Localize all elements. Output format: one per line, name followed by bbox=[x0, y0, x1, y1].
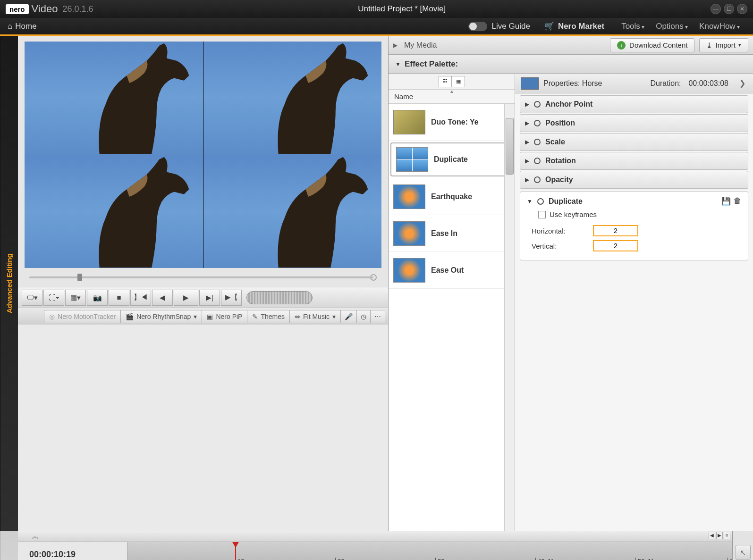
keyframe-icon[interactable] bbox=[537, 198, 544, 205]
mic-icon: 🎤 bbox=[345, 313, 353, 320]
wand-icon: ✎ bbox=[252, 313, 258, 320]
clip-thumb-icon bbox=[521, 77, 539, 90]
import-button[interactable]: ⤓ Import ▾ bbox=[699, 38, 748, 52]
effect-item[interactable]: Ease In bbox=[389, 215, 515, 252]
keyframe-icon[interactable] bbox=[534, 101, 541, 108]
themes-label: Themes bbox=[261, 313, 285, 320]
name-column-header[interactable]: Name bbox=[389, 90, 515, 104]
vertical-input[interactable] bbox=[593, 240, 638, 251]
motion-tracker-button[interactable]: ◎Nero MotionTracker bbox=[44, 310, 121, 323]
more-button[interactable]: ⋯ bbox=[370, 310, 385, 323]
fullscreen-button[interactable]: ⛶▾ bbox=[43, 290, 64, 306]
advanced-editing-tab[interactable]: Advanced Editing bbox=[0, 36, 18, 531]
effect-list: ☷ ▦ Name Duo Tone: Ye Duplicate Ea bbox=[389, 74, 515, 531]
save-preset-icon[interactable]: 💾 bbox=[721, 197, 731, 206]
knowhow-menu[interactable]: KnowHow bbox=[699, 22, 740, 31]
live-guide-toggle[interactable]: Live Guide bbox=[468, 22, 530, 31]
keyframes-row[interactable]: Use keyframes bbox=[538, 210, 741, 218]
effect-item[interactable]: Ease Out bbox=[389, 252, 515, 289]
effect-item[interactable]: Earthquake bbox=[389, 178, 515, 215]
next-clip-button[interactable]: ❯ bbox=[737, 79, 747, 88]
themes-button[interactable]: ✎Themes bbox=[247, 310, 290, 323]
rhythm-icon: 🎬 bbox=[126, 313, 134, 320]
ruler-menu-icon[interactable]: ≡ bbox=[724, 532, 730, 539]
scrollbar-thumb[interactable] bbox=[506, 118, 514, 175]
effect-scrollbar[interactable] bbox=[504, 104, 515, 531]
maximize-button[interactable]: ☐ bbox=[724, 4, 734, 14]
list-view-button[interactable]: ☷ bbox=[439, 76, 452, 87]
collapse-icon[interactable]: ▼ bbox=[527, 198, 533, 205]
nero-logo: nero bbox=[6, 4, 29, 14]
collapse-icon: ▼ bbox=[395, 61, 401, 67]
stop-button[interactable]: ■ bbox=[109, 290, 129, 306]
clock-button[interactable]: ◷ bbox=[356, 310, 371, 323]
effect-item[interactable]: Duo Tone: Ye bbox=[389, 104, 515, 141]
download-label: Download Content bbox=[629, 41, 687, 49]
expand-icon[interactable]: ▶ bbox=[393, 42, 398, 49]
minimize-button[interactable]: — bbox=[711, 4, 721, 14]
property-row-opacity[interactable]: ▶Opacity bbox=[520, 171, 748, 189]
express-editing-tab[interactable]: Express Editing bbox=[0, 531, 18, 560]
pointer-tool-button[interactable]: ↖ bbox=[736, 545, 751, 560]
property-row-rotation[interactable]: ▶Rotation bbox=[520, 152, 748, 170]
keyframe-icon[interactable] bbox=[534, 139, 541, 145]
my-media-tab[interactable]: My Media bbox=[399, 39, 441, 51]
nero-market-button[interactable]: 🛒 Nero Market bbox=[544, 21, 604, 31]
effect-thumb bbox=[393, 221, 425, 246]
effect-palette-label: Effect Palette: bbox=[405, 59, 458, 69]
effect-thumb bbox=[393, 258, 425, 283]
effect-item-selected[interactable]: Duplicate bbox=[390, 142, 513, 176]
basket-icon: 🛒 bbox=[544, 21, 554, 31]
preview-pane: 🖵▾ ⛶▾ ▦▾ 📷 ■ 】◀ ◀ ▶ ▶| ▶【 ◎Nero MotionTr… bbox=[18, 36, 389, 531]
property-row-position[interactable]: ▶Position bbox=[520, 114, 748, 132]
properties-panel: Properties: Horse Duration: 00:00:03:08 … bbox=[515, 74, 753, 531]
preview-scrubber[interactable] bbox=[25, 268, 381, 287]
next-frame-button[interactable]: ▶| bbox=[199, 290, 220, 306]
video-preview[interactable] bbox=[25, 42, 381, 268]
keyframes-checkbox[interactable] bbox=[538, 211, 546, 218]
ruler-tick: 30s bbox=[435, 558, 448, 560]
close-button[interactable]: ✕ bbox=[737, 4, 747, 14]
play-button[interactable]: ▶ bbox=[174, 290, 198, 306]
fit-label: Fit Music bbox=[303, 313, 330, 320]
rhythm-snap-button[interactable]: 🎬Nero RhythmSnap▾ bbox=[120, 310, 202, 323]
mark-out-button[interactable]: ▶【 bbox=[221, 290, 242, 306]
scrubber-thumb[interactable] bbox=[77, 274, 82, 281]
display-mode-button[interactable]: 🖵▾ bbox=[22, 290, 42, 306]
mark-in-button[interactable]: 】◀ bbox=[130, 290, 151, 306]
home-button[interactable]: ⌂ Home bbox=[8, 22, 37, 31]
snapshot-button[interactable]: 📷 bbox=[87, 290, 108, 306]
keyframe-icon[interactable] bbox=[534, 158, 541, 164]
grid-view-button[interactable]: ▦ bbox=[452, 76, 465, 87]
shuttle-wheel[interactable] bbox=[246, 291, 313, 304]
ruler-prev-icon[interactable]: ◀ bbox=[709, 532, 715, 539]
keyframe-icon[interactable] bbox=[534, 176, 541, 183]
prev-frame-button[interactable]: ◀ bbox=[152, 290, 173, 306]
tools-menu[interactable]: Tools bbox=[621, 22, 644, 31]
keyframe-icon[interactable] bbox=[534, 120, 541, 126]
property-row-anchor[interactable]: ▶Anchor Point bbox=[520, 95, 748, 113]
mic-button[interactable]: 🎤 bbox=[340, 310, 357, 323]
transport-toolbar: 🖵▾ ⛶▾ ▦▾ 📷 ■ 】◀ ◀ ▶ ▶| ▶【 bbox=[18, 287, 388, 308]
duration-label: Duration: bbox=[651, 79, 681, 88]
effect-palette-header[interactable]: ▼ Effect Palette: bbox=[389, 55, 753, 74]
options-menu[interactable]: Options bbox=[656, 22, 688, 31]
timecode-display[interactable]: 00:00:10:19 bbox=[18, 542, 127, 560]
properties-header: Properties: Horse Duration: 00:00:03:08 … bbox=[515, 74, 753, 93]
ruler-tick: 40s1f bbox=[535, 558, 553, 560]
playhead[interactable] bbox=[235, 542, 236, 560]
horizontal-input[interactable] bbox=[593, 225, 638, 236]
pip-button[interactable]: ▣Nero PiP bbox=[202, 310, 247, 323]
toggle-switch[interactable] bbox=[468, 22, 487, 31]
fit-music-button[interactable]: ⇔Fit Music▾ bbox=[289, 310, 341, 323]
time-ruler[interactable]: 10s 20s 30s 40s1f 50s1f 1m0 bbox=[127, 542, 732, 560]
feature-toolbar: ◎Nero MotionTracker 🎬Nero RhythmSnap▾ ▣N… bbox=[18, 308, 388, 325]
ruler-tick: 20s bbox=[335, 558, 347, 560]
delete-icon[interactable]: 🗑 bbox=[734, 197, 741, 206]
property-row-scale[interactable]: ▶Scale bbox=[520, 133, 748, 151]
right-tab-bar: ▶ My Media ↓ Download Content ⤓ Import ▾ bbox=[389, 36, 753, 55]
ruler-next-icon[interactable]: ▶ bbox=[716, 532, 723, 539]
aspect-button[interactable]: ▦▾ bbox=[65, 290, 86, 306]
timeline-collapse-bar[interactable]: ︽ ◀ ▶ ≡ bbox=[18, 531, 732, 542]
download-content-button[interactable]: ↓ Download Content bbox=[610, 38, 694, 52]
